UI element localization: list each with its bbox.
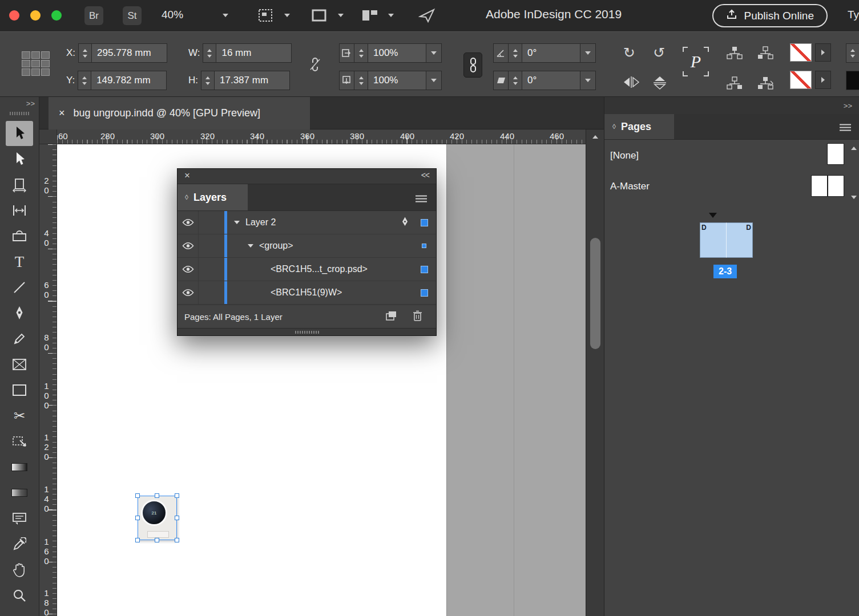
frame-options-icon[interactable] bbox=[311, 9, 327, 25]
h-input[interactable]: 17.387 mm bbox=[215, 71, 290, 90]
placed-image[interactable]: 21 bbox=[138, 496, 177, 540]
note-tool[interactable] bbox=[6, 506, 33, 531]
expand-collapse-icon[interactable] bbox=[248, 244, 253, 248]
layers-close-icon[interactable]: × bbox=[184, 170, 190, 181]
tools-drag-grip[interactable] bbox=[10, 112, 29, 115]
group-name[interactable]: <group> bbox=[259, 241, 293, 251]
x-input[interactable]: 295.778 mm bbox=[92, 43, 167, 63]
publish-online-button[interactable]: Publish Online bbox=[712, 4, 828, 27]
hand-tool[interactable] bbox=[6, 557, 33, 582]
masters-scroll-up-icon[interactable] bbox=[851, 147, 857, 150]
tools-collapse-icon[interactable]: >> bbox=[26, 99, 35, 108]
vertical-ruler[interactable]: 20 40 60 80 100 120 140 160 180 bbox=[39, 144, 57, 616]
selected-item-proxy-square[interactable] bbox=[421, 266, 428, 273]
zoom-tool[interactable] bbox=[6, 583, 33, 608]
selected-item-proxy-square[interactable] bbox=[422, 244, 426, 248]
selection-handle-nw[interactable] bbox=[135, 493, 140, 498]
pen-tool[interactable] bbox=[6, 301, 33, 326]
selection-handle-ne[interactable] bbox=[175, 493, 179, 498]
master-none-thumbnail[interactable] bbox=[827, 143, 844, 165]
scale-x-input[interactable]: 100% bbox=[368, 43, 426, 63]
delete-layer-trash-icon[interactable] bbox=[413, 310, 422, 323]
layers-panel[interactable]: × << ◊ Layers Layer 2 bbox=[177, 168, 437, 336]
layers-resize-handle[interactable] bbox=[178, 328, 436, 335]
selection-tool[interactable] bbox=[6, 121, 33, 146]
reference-point-proxy[interactable] bbox=[22, 51, 50, 76]
document-tab[interactable]: × bug ungroup.indd @ 40% [GPU Preview] bbox=[49, 97, 310, 129]
line-tool[interactable] bbox=[6, 275, 33, 300]
rotation-dropdown[interactable] bbox=[580, 43, 596, 63]
selection-handle-n[interactable] bbox=[155, 493, 159, 498]
spread-2-3-thumbnail[interactable]: D D bbox=[700, 222, 753, 258]
shear-input[interactable]: 0° bbox=[522, 71, 580, 90]
lock-toggle-cell[interactable] bbox=[199, 211, 224, 234]
rotate-ccw-button[interactable]: ↺ bbox=[653, 46, 665, 60]
content-collector-tool[interactable] bbox=[6, 224, 33, 249]
selection-handle-s[interactable] bbox=[155, 538, 159, 542]
canvas-vertical-scrollbar[interactable] bbox=[586, 129, 604, 616]
pages-panel-menu-icon[interactable] bbox=[840, 123, 851, 133]
x-stepper[interactable] bbox=[78, 43, 92, 63]
scroll-up-icon[interactable] bbox=[592, 135, 598, 139]
selected-item-proxy-square[interactable] bbox=[421, 289, 428, 297]
panel-toggle-icon[interactable]: ◊ bbox=[612, 123, 616, 131]
tab-layers[interactable]: ◊ Layers bbox=[178, 184, 248, 210]
visibility-eye-icon[interactable] bbox=[178, 281, 199, 304]
a-master-thumbnail-right[interactable] bbox=[828, 175, 844, 197]
rotate-cw-button[interactable]: ↻ bbox=[623, 46, 635, 60]
gradient-feather-tool[interactable] bbox=[6, 480, 33, 505]
expand-collapse-icon[interactable] bbox=[234, 221, 240, 224]
layer-row-layer-2[interactable]: Layer 2 bbox=[178, 211, 436, 234]
y-stepper[interactable] bbox=[78, 71, 91, 90]
type-tool[interactable]: T bbox=[6, 249, 33, 274]
selection-handle-e[interactable] bbox=[175, 516, 179, 520]
visibility-eye-icon[interactable] bbox=[178, 211, 199, 234]
direct-selection-tool[interactable] bbox=[6, 147, 33, 172]
selection-handle-sw[interactable] bbox=[135, 538, 140, 542]
a-master-thumbnail-left[interactable] bbox=[811, 175, 828, 197]
layer-row-brc-item[interactable]: <BRC1H51(9)W> bbox=[178, 281, 436, 305]
scale-y-stepper[interactable] bbox=[354, 71, 368, 90]
selected-item-proxy-square[interactable] bbox=[421, 219, 428, 226]
item-name[interactable]: <BRC1H5...t_crop.psd> bbox=[271, 264, 368, 274]
rectangle-tool[interactable] bbox=[6, 378, 33, 403]
pages-layout-icon[interactable] bbox=[361, 9, 378, 25]
page-2-thumbnail[interactable]: D bbox=[700, 222, 726, 258]
share-icon[interactable] bbox=[418, 7, 435, 26]
scissors-tool[interactable]: ✂ bbox=[6, 403, 33, 428]
selected-image-object[interactable]: 21 bbox=[135, 493, 179, 542]
select-content-button[interactable] bbox=[757, 46, 774, 63]
lock-toggle-cell[interactable] bbox=[199, 281, 224, 304]
flip-horizontal-button[interactable] bbox=[622, 75, 640, 91]
zoom-level-dropdown-icon[interactable] bbox=[223, 14, 228, 17]
eyedropper-tool[interactable] bbox=[6, 532, 33, 557]
horizontal-ruler[interactable]: 60 280 300 320 340 360 380 400 420 440 4… bbox=[57, 129, 586, 144]
layer-row-group[interactable]: <group> bbox=[178, 234, 436, 258]
menu-clipped-item[interactable]: Ty bbox=[848, 9, 859, 21]
pages-layout-dropdown-icon[interactable] bbox=[388, 14, 394, 17]
zoom-level-value[interactable]: 40% bbox=[162, 9, 183, 21]
frame-tool[interactable] bbox=[6, 352, 33, 377]
visibility-eye-icon[interactable] bbox=[178, 234, 199, 257]
scale-x-stepper[interactable] bbox=[354, 43, 368, 63]
dock-collapse-icon[interactable]: >> bbox=[844, 102, 852, 110]
item-name[interactable]: <BRC1H51(9)W> bbox=[271, 287, 342, 298]
y-input[interactable]: 149.782 mm bbox=[91, 71, 167, 90]
w-input[interactable]: 16 mm bbox=[216, 43, 292, 63]
selection-handle-w[interactable] bbox=[135, 516, 140, 520]
fill-options-button[interactable] bbox=[815, 71, 831, 89]
lock-toggle-cell[interactable] bbox=[199, 258, 224, 281]
select-container-button[interactable] bbox=[726, 46, 743, 63]
scrollbar-thumb[interactable] bbox=[590, 238, 600, 349]
page-3-thumbnail[interactable]: D bbox=[726, 222, 753, 258]
document-grid-icon[interactable] bbox=[258, 8, 274, 25]
stroke-none-swatch[interactable] bbox=[790, 43, 812, 62]
layer-row-psd-item[interactable]: <BRC1H5...t_crop.psd> bbox=[178, 258, 436, 281]
free-transform-tool[interactable] bbox=[6, 429, 33, 454]
black-swatch[interactable] bbox=[846, 71, 859, 90]
layers-panel-menu-icon[interactable] bbox=[416, 194, 427, 205]
frame-options-dropdown-icon[interactable] bbox=[338, 14, 344, 17]
ruler-origin-corner[interactable] bbox=[39, 129, 57, 144]
panel-toggle-icon[interactable]: ◊ bbox=[185, 193, 188, 201]
select-previous-object-button[interactable] bbox=[726, 75, 743, 92]
